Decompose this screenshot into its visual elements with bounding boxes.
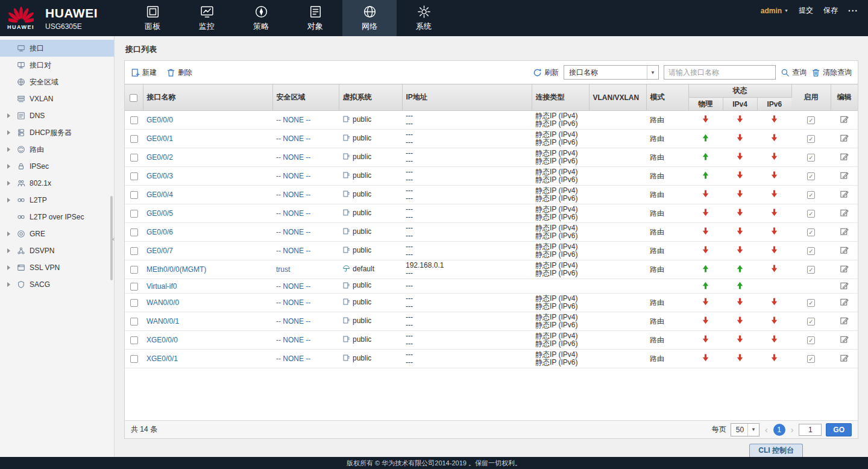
expand-arrow-icon[interactable]	[7, 113, 13, 118]
sidebar-item-l2tp-over-ipsec[interactable]: L2TP over IPSec	[0, 209, 114, 225]
interface-name-link[interactable]: MEth0/0/0(MGMT)	[146, 265, 206, 274]
security-zone-link[interactable]: -- NONE --	[276, 247, 310, 255]
expand-arrow-icon[interactable]	[7, 164, 13, 169]
interface-name-link[interactable]: Virtual-if0	[146, 282, 177, 291]
interface-name-link[interactable]: XGE0/0/0	[146, 336, 178, 344]
interface-name-link[interactable]: GE0/0/7	[146, 247, 173, 255]
interface-name-link[interactable]: GE0/0/5	[146, 209, 173, 218]
sidebar-item-802-1x[interactable]: 802.1x	[0, 175, 114, 192]
interface-name-link[interactable]: GE0/0/0	[146, 116, 173, 124]
interface-name-link[interactable]: XGE0/0/1	[146, 354, 178, 363]
row-select-checkbox[interactable]	[130, 283, 138, 291]
row-select-checkbox[interactable]	[130, 191, 138, 199]
row-select-checkbox[interactable]	[130, 154, 138, 162]
sidebar-collapse-handle[interactable]: ‹	[110, 231, 116, 246]
enable-checkbox[interactable]: ✓	[807, 299, 815, 307]
row-select-checkbox[interactable]	[130, 247, 138, 255]
expand-arrow-icon[interactable]	[7, 231, 13, 236]
row-select-checkbox[interactable]	[130, 318, 138, 326]
sidebar-item-l2tp[interactable]: L2TP	[0, 192, 114, 209]
enable-checkbox[interactable]: ✓	[807, 247, 815, 255]
edit-icon[interactable]	[840, 335, 849, 344]
security-zone-link[interactable]: -- NONE --	[276, 317, 310, 326]
current-page-button[interactable]: 1	[773, 424, 785, 436]
expand-arrow-icon[interactable]	[7, 248, 13, 253]
security-zone-link[interactable]: -- NONE --	[276, 134, 310, 143]
sidebar-item-security-zone[interactable]: 安全区域	[0, 74, 114, 90]
enable-checkbox[interactable]: ✓	[807, 154, 815, 162]
security-zone-link[interactable]: -- NONE --	[276, 190, 310, 199]
edit-icon[interactable]	[840, 245, 849, 254]
go-button[interactable]: GO	[826, 423, 852, 436]
delete-button[interactable]: 删除	[166, 68, 192, 78]
enable-checkbox[interactable]: ✓	[807, 228, 815, 236]
sidebar-item-interface-pair[interactable]: 接口对	[0, 57, 114, 74]
sidebar-item-route[interactable]: 路由	[0, 141, 114, 158]
search-input[interactable]	[664, 65, 776, 80]
edit-icon[interactable]	[840, 208, 849, 217]
row-select-checkbox[interactable]	[130, 355, 138, 363]
query-button[interactable]: 查询	[781, 68, 807, 78]
user-menu[interactable]: admin ▼	[761, 7, 788, 15]
enable-checkbox[interactable]: ✓	[807, 318, 815, 326]
sidebar-item-gre[interactable]: GRE	[0, 225, 114, 242]
filter-field-select[interactable]: 接口名称 ▼	[564, 65, 659, 80]
edit-icon[interactable]	[840, 316, 849, 325]
refresh-button[interactable]: 刷新	[533, 68, 559, 78]
sidebar-item-sacg[interactable]: SACG	[0, 276, 114, 293]
page-number-input[interactable]	[799, 424, 822, 436]
nav-item-object[interactable]: 对象	[288, 0, 342, 36]
enable-checkbox[interactable]: ✓	[807, 355, 815, 363]
edit-icon[interactable]	[840, 264, 849, 273]
expand-arrow-icon[interactable]	[7, 130, 13, 135]
select-all-checkbox[interactable]	[130, 94, 137, 102]
expand-arrow-icon[interactable]	[7, 198, 13, 203]
expand-arrow-icon[interactable]	[7, 282, 13, 287]
interface-name-link[interactable]: GE0/0/4	[146, 190, 173, 199]
submit-button[interactable]: 提交	[799, 5, 813, 16]
expand-arrow-icon[interactable]	[7, 265, 13, 270]
security-zone-link[interactable]: -- NONE --	[276, 172, 310, 180]
sidebar-item-dsvpn[interactable]: DSVPN	[0, 242, 114, 259]
sidebar-item-dns[interactable]: DNS	[0, 107, 114, 124]
enable-checkbox[interactable]: ✓	[807, 172, 815, 180]
interface-name-link[interactable]: WAN0/0/0	[146, 298, 179, 307]
next-page-button[interactable]: ›	[790, 425, 795, 435]
nav-item-monitor[interactable]: 监控	[180, 0, 234, 36]
enable-checkbox[interactable]: ✓	[807, 266, 815, 274]
expand-arrow-icon[interactable]	[7, 181, 13, 186]
prev-page-button[interactable]: ‹	[764, 425, 769, 435]
edit-icon[interactable]	[840, 115, 849, 124]
interface-name-link[interactable]: WAN0/0/1	[146, 317, 179, 326]
sidebar-item-ssl-vpn[interactable]: SSL VPN	[0, 259, 114, 276]
row-select-checkbox[interactable]	[130, 299, 138, 307]
save-button[interactable]: 保存	[823, 5, 838, 16]
row-select-checkbox[interactable]	[130, 135, 138, 143]
clear-query-button[interactable]: 清除查询	[811, 68, 852, 78]
edit-icon[interactable]	[840, 297, 849, 306]
security-zone-link[interactable]: trust	[276, 265, 290, 274]
security-zone-link[interactable]: -- NONE --	[276, 298, 310, 307]
expand-arrow-icon[interactable]	[7, 147, 13, 152]
enable-checkbox[interactable]: ✓	[807, 116, 815, 124]
row-select-checkbox[interactable]	[130, 172, 138, 180]
sidebar-item-vxlan[interactable]: VXLAN	[0, 90, 114, 107]
edit-icon[interactable]	[840, 227, 849, 236]
per-page-select[interactable]: 50 ▼	[731, 423, 760, 436]
row-select-checkbox[interactable]	[130, 210, 138, 218]
sidebar-item-dhcp-server[interactable]: DHCP服务器	[0, 124, 114, 141]
nav-item-system[interactable]: 系统	[397, 0, 451, 36]
nav-item-policy[interactable]: 策略	[234, 0, 288, 36]
interface-name-link[interactable]: GE0/0/1	[146, 134, 173, 143]
security-zone-link[interactable]: -- NONE --	[276, 209, 310, 218]
interface-name-link[interactable]: GE0/0/2	[146, 153, 173, 162]
security-zone-link[interactable]: -- NONE --	[276, 282, 310, 291]
edit-icon[interactable]	[840, 133, 849, 142]
enable-checkbox[interactable]: ✓	[807, 191, 815, 199]
row-select-checkbox[interactable]	[130, 116, 138, 124]
security-zone-link[interactable]: -- NONE --	[276, 153, 310, 162]
edit-icon[interactable]	[840, 152, 849, 161]
interface-name-link[interactable]: GE0/0/6	[146, 228, 173, 236]
nav-item-network[interactable]: 网络	[342, 0, 397, 36]
security-zone-link[interactable]: -- NONE --	[276, 228, 310, 236]
